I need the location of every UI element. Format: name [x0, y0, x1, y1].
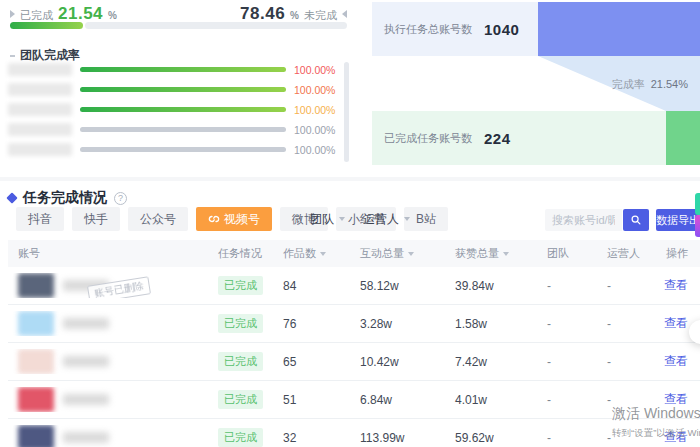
- section-divider: [0, 177, 700, 181]
- col-works[interactable]: 作品数: [273, 246, 350, 261]
- col-label: 互动总量: [360, 247, 404, 259]
- team-rate-row: 100.00%: [8, 103, 342, 116]
- team-rate-value: 100.00%: [294, 124, 342, 136]
- tab-bilibili[interactable]: B站: [404, 207, 448, 231]
- action-cell: 查看: [655, 391, 700, 408]
- team-dropdown[interactable]: 团队: [310, 211, 345, 228]
- operator-cell: -: [597, 355, 655, 369]
- tab-label: B站: [416, 207, 436, 231]
- overview-header: 已完成 21.54 % 78.46 % 未完成: [10, 4, 347, 24]
- col-action: 操作: [655, 246, 700, 261]
- interactions-total: 58.12w: [350, 279, 445, 293]
- team-rate-bar: [80, 67, 286, 72]
- view-link[interactable]: 查看: [664, 430, 688, 444]
- account-name-blurred: [63, 432, 109, 443]
- marker-left-icon: [342, 10, 347, 18]
- view-link[interactable]: 查看: [664, 392, 688, 406]
- status-cell: 已完成: [208, 314, 273, 333]
- col-interactions[interactable]: 互动总量: [350, 246, 445, 261]
- likes-total: 7.42w: [445, 355, 537, 369]
- tab-douyin[interactable]: 抖音: [16, 207, 64, 231]
- percent-sign: %: [290, 10, 299, 21]
- table-header-row: 账号 任务情况 作品数 互动总量 获赞总量 团队 运营人 操作: [8, 240, 700, 267]
- progress-fill: [10, 22, 83, 29]
- col-label: 作品数: [283, 247, 316, 259]
- account-cell: [8, 425, 208, 447]
- remaining-stat: 78.46 % 未完成: [240, 4, 347, 24]
- side-widget-green-icon: [695, 193, 700, 215]
- works-count: 65: [273, 355, 350, 369]
- status-badge: 已完成: [218, 352, 263, 371]
- funnel-done-value: 224: [484, 130, 511, 147]
- status-cell: 已完成: [208, 390, 273, 409]
- avatar: [18, 387, 54, 412]
- team-cell: -: [537, 279, 597, 293]
- status-cell: 已完成: [208, 428, 273, 447]
- percent-sign: %: [108, 10, 117, 21]
- team-rate-bar: [80, 127, 286, 132]
- tab-gongzhonghao[interactable]: 公众号: [128, 207, 188, 231]
- sort-caret-icon: [503, 252, 509, 256]
- task-completion-section: 任务完成情况 ? 抖音 快手 公众号 视频号 微博 小红书 B站 团队 运营人: [0, 185, 700, 447]
- view-link[interactable]: 查看: [664, 354, 688, 368]
- account-cell: [8, 387, 208, 412]
- avatar: [18, 273, 54, 298]
- interactions-total: 10.42w: [350, 355, 445, 369]
- filter-dropdowns: 团队 运营人: [310, 207, 410, 231]
- team-rate-value: 100.00%: [294, 144, 342, 156]
- team-rate-bar: [80, 147, 286, 152]
- accounts-table: 账号 任务情况 作品数 互动总量 获赞总量 团队 运营人 操作 账号已删除 已完…: [8, 240, 700, 447]
- tab-label: 视频号: [224, 207, 260, 231]
- completed-stat: 已完成 21.54 %: [10, 4, 117, 24]
- view-link[interactable]: 查看: [664, 316, 688, 330]
- export-data-button[interactable]: 数据导出: [656, 209, 700, 231]
- completed-label: 已完成: [20, 8, 53, 23]
- section-title: 任务完成情况: [23, 189, 107, 207]
- table-row: 账号已删除 已完成 84 58.12w 39.84w - - 查看: [8, 267, 700, 305]
- operator-dropdown-label: 运营人: [363, 211, 399, 228]
- remaining-label: 未完成: [304, 8, 337, 23]
- team-rate-row: 100.00%: [8, 83, 342, 96]
- team-rate-row: 100.00%: [8, 123, 342, 136]
- funnel-connector: 完成率 21.54%: [372, 56, 700, 111]
- search-input[interactable]: [545, 209, 622, 231]
- team-name-blurred: [8, 143, 72, 156]
- operator-dropdown[interactable]: 运营人: [363, 211, 410, 228]
- team-rate-row: 100.00%: [8, 143, 342, 156]
- team-rate-value: 100.00%: [294, 84, 342, 96]
- scrollbar[interactable]: [344, 62, 349, 162]
- search-icon: [630, 214, 642, 226]
- col-task-status: 任务情况: [208, 246, 273, 261]
- action-cell: 查看: [655, 429, 700, 446]
- funnel-rate: 完成率 21.54%: [612, 77, 688, 92]
- team-cell: -: [537, 317, 597, 331]
- team-rate-bar: [80, 87, 286, 92]
- status-badge: 已完成: [218, 428, 263, 447]
- account-cell: [8, 311, 208, 336]
- chevron-down-icon: [404, 217, 410, 221]
- view-link[interactable]: 查看: [664, 278, 688, 292]
- search-button[interactable]: [623, 209, 649, 231]
- floating-side-widget[interactable]: [695, 193, 700, 237]
- likes-total: 39.84w: [445, 279, 537, 293]
- works-count: 51: [273, 393, 350, 407]
- interactions-total: 6.84w: [350, 393, 445, 407]
- remaining-value: 78.46: [240, 4, 285, 24]
- works-count: 84: [273, 279, 350, 293]
- help-icon[interactable]: ?: [114, 192, 127, 205]
- table-row: 已完成 32 113.99w 59.62w - - 查看: [8, 419, 700, 447]
- col-likes[interactable]: 获赞总量: [445, 246, 537, 261]
- completion-overview-panel: 已完成 21.54 % 78.46 % 未完成 团队完成率 100.00% 10…: [0, 0, 360, 176]
- chevron-down-icon: [339, 217, 345, 221]
- tab-kuaishou[interactable]: 快手: [72, 207, 120, 231]
- tab-shipinhao[interactable]: 视频号: [196, 207, 272, 231]
- tab-label: 公众号: [140, 207, 176, 231]
- team-rate-title: 团队完成率: [20, 47, 80, 64]
- funnel-total-block: [538, 2, 700, 56]
- action-cell: 查看: [655, 353, 700, 370]
- avatar: [18, 425, 54, 447]
- team-cell: -: [537, 431, 597, 445]
- tab-label: 抖音: [28, 207, 52, 231]
- team-rate-bar: [80, 107, 286, 112]
- table-row: 已完成 76 3.28w 1.58w - - 查看: [8, 305, 700, 343]
